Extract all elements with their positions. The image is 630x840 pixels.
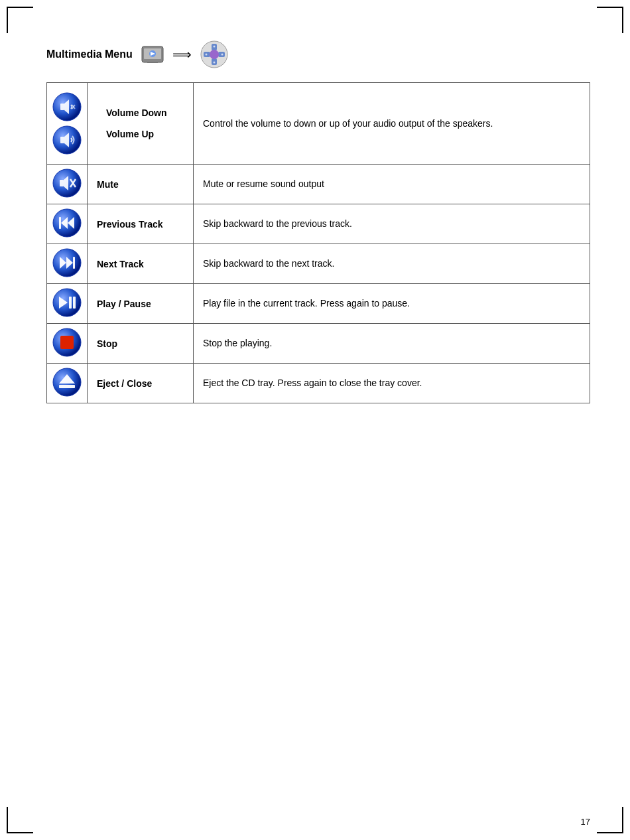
svg-point-15 — [221, 54, 223, 56]
eject-close-desc: Eject the CD tray. Press again to close … — [194, 364, 590, 403]
mute-label-cell: Mute — [88, 165, 194, 204]
corner-bottom-left — [7, 807, 33, 833]
play-pause-icon — [52, 288, 82, 317]
stop-icon — [52, 328, 82, 357]
svg-rect-3 — [147, 62, 158, 63]
mute-desc: Mute or resume sound output — [194, 165, 590, 204]
volume-desc: Control the volume to down or up of your… — [194, 83, 590, 165]
previous-track-icon — [52, 208, 82, 238]
arrow-icon: ⟹ — [172, 46, 192, 62]
next-track-desc: Skip backward to the next track. — [194, 244, 590, 284]
svg-rect-36 — [73, 257, 75, 269]
corner-top-right — [597, 7, 623, 33]
svg-point-11 — [210, 50, 219, 59]
volume-labels-cell: Volume Down Volume Up — [88, 83, 194, 165]
svg-rect-17 — [60, 104, 64, 110]
svg-point-12 — [213, 46, 215, 48]
stop-label: Stop — [97, 338, 117, 349]
stop-label-cell: Stop — [88, 324, 194, 364]
volume-down-label: Volume Down — [106, 107, 174, 118]
play-pause-label: Play / Pause — [97, 299, 151, 309]
play-pause-icon-cell — [47, 284, 88, 324]
multimedia-icon-2 — [200, 40, 229, 69]
header: Multimedia Menu ⟹ — [46, 40, 590, 69]
stop-icon-cell — [47, 324, 88, 364]
eject-close-label-cell: Eject / Close — [88, 364, 194, 403]
next-track-label: Next Track — [97, 259, 144, 269]
volume-up-label: Volume Up — [106, 129, 174, 139]
svg-rect-30 — [59, 217, 61, 229]
table-row-previous-track: Previous Track Skip backward to the prev… — [47, 204, 590, 244]
svg-point-14 — [205, 54, 207, 56]
next-track-icon-cell — [47, 244, 88, 284]
corner-top-left — [7, 7, 33, 33]
volume-icons-cell — [47, 83, 88, 165]
mute-icon-cell — [47, 165, 88, 204]
previous-track-desc: Skip backward to the previous track. — [194, 204, 590, 244]
previous-track-icon-cell — [47, 204, 88, 244]
page-title: Multimedia Menu — [46, 48, 133, 60]
volume-up-icon — [52, 125, 82, 155]
stop-desc: Stop the playing. — [194, 324, 590, 364]
corner-bottom-right — [597, 807, 623, 833]
svg-rect-45 — [59, 385, 75, 388]
play-pause-label-cell: Play / Pause — [88, 284, 194, 324]
previous-track-label-cell: Previous Track — [88, 204, 194, 244]
table-row-next-track: Next Track Skip backward to the next tra… — [47, 244, 590, 284]
svg-rect-25 — [60, 180, 64, 186]
table-row-stop: Stop Stop the playing. — [47, 324, 590, 364]
previous-track-label: Previous Track — [97, 219, 163, 230]
table-row-volume: Volume Down Volume Up Control the volume… — [47, 83, 590, 165]
table-row-play-pause: Play / Pause Play file in the current tr… — [47, 284, 590, 324]
svg-rect-42 — [60, 336, 74, 349]
multimedia-icon-1 — [141, 42, 164, 66]
svg-point-13 — [213, 62, 215, 64]
svg-rect-22 — [60, 137, 64, 143]
next-track-icon — [52, 248, 82, 277]
volume-down-icon — [52, 92, 82, 121]
next-track-label-cell: Next Track — [88, 244, 194, 284]
svg-rect-2 — [150, 60, 155, 62]
page-number: 17 — [581, 817, 590, 827]
table-row-mute: Mute Mute or resume sound output — [47, 165, 590, 204]
multimedia-table: Volume Down Volume Up Control the volume… — [46, 82, 590, 403]
mute-label: Mute — [97, 179, 119, 190]
play-pause-desc: Play file in the current track. Press ag… — [194, 284, 590, 324]
eject-close-icon — [52, 368, 82, 397]
svg-rect-40 — [73, 297, 76, 309]
eject-close-icon-cell — [47, 364, 88, 403]
mute-icon — [52, 169, 82, 198]
eject-close-label: Eject / Close — [97, 378, 152, 389]
svg-rect-39 — [69, 297, 72, 309]
table-row-eject-close: Eject / Close Eject the CD tray. Press a… — [47, 364, 590, 403]
